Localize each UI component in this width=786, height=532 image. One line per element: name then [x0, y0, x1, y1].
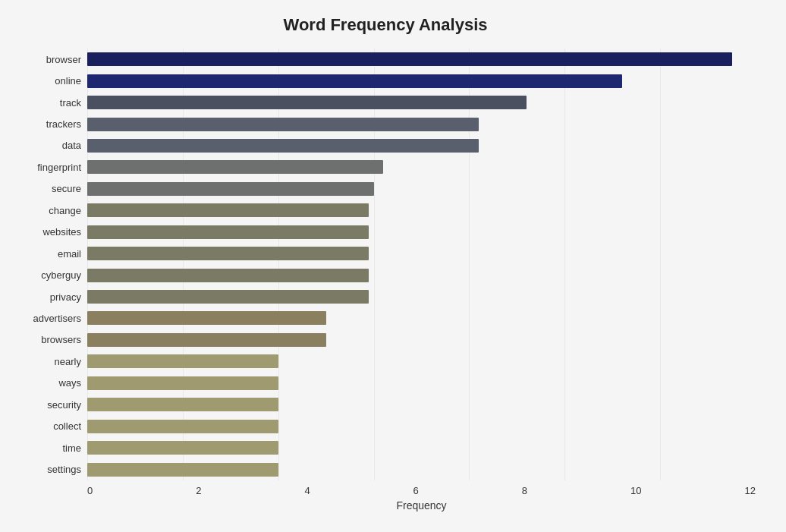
bar-row	[87, 396, 756, 413]
y-label: data	[62, 140, 81, 150]
bar-row	[87, 461, 756, 478]
y-label: secure	[52, 184, 81, 194]
x-tick: 8	[522, 485, 527, 496]
bar-row	[87, 439, 756, 456]
bar	[87, 118, 479, 131]
bar-row	[87, 116, 756, 133]
y-label: ways	[58, 378, 81, 388]
bar	[87, 182, 374, 196]
bar-row	[87, 245, 756, 262]
y-label: browser	[46, 55, 81, 65]
y-label: advertisers	[33, 313, 81, 323]
bar	[87, 139, 479, 153]
y-label: websites	[42, 227, 81, 237]
bar	[87, 225, 369, 239]
bar-row	[87, 94, 756, 111]
bar	[87, 376, 278, 390]
x-tick: 6	[413, 485, 419, 496]
bar-row	[87, 51, 756, 68]
bars-area	[87, 49, 756, 480]
bar-row	[87, 137, 756, 154]
x-axis: 024681012 Frequency	[87, 485, 756, 512]
bar	[87, 441, 278, 455]
bar-row	[87, 181, 756, 197]
bar	[87, 269, 369, 282]
x-axis-label: Frequency	[87, 499, 756, 512]
bar	[87, 398, 278, 411]
bar	[87, 311, 326, 325]
bar	[87, 96, 527, 109]
y-label: settings	[47, 464, 81, 474]
x-tick: 4	[304, 485, 310, 496]
bar-row	[87, 267, 756, 284]
bar	[87, 290, 369, 304]
bar-row	[87, 418, 756, 435]
bar	[87, 160, 383, 174]
bar	[87, 247, 369, 260]
chart-title: Word Frequency Analysis	[15, 15, 756, 35]
bar	[87, 52, 732, 66]
bar-row	[87, 310, 756, 326]
y-label: security	[47, 400, 81, 410]
x-tick: 2	[196, 485, 201, 496]
y-label: trackers	[46, 119, 81, 129]
bar	[87, 354, 278, 368]
bar	[87, 74, 622, 88]
y-label: time	[62, 443, 81, 453]
bar-row	[87, 353, 756, 370]
y-label: collect	[53, 421, 81, 431]
y-label: browsers	[41, 335, 81, 345]
x-tick: 0	[87, 485, 93, 496]
bar	[87, 203, 369, 217]
y-label: track	[60, 98, 81, 108]
y-label: fingerprint	[37, 162, 81, 172]
bar-row	[87, 332, 756, 348]
y-label: nearly	[55, 357, 81, 367]
chart-container: Word Frequency Analysis browseronlinetra…	[0, 0, 786, 532]
y-label: privacy	[50, 292, 81, 302]
y-label: change	[49, 206, 81, 216]
x-tick: 10	[630, 485, 641, 496]
bar-row	[87, 288, 756, 305]
bar-row	[87, 73, 756, 90]
x-tick: 12	[744, 485, 755, 496]
bar-row	[87, 159, 756, 175]
bar	[87, 463, 278, 477]
bar-row	[87, 375, 756, 392]
y-label: email	[58, 249, 81, 259]
bar-row	[87, 202, 756, 219]
y-label: cyberguy	[41, 270, 81, 280]
bar-row	[87, 224, 756, 241]
y-label: online	[55, 76, 81, 86]
bar	[87, 420, 278, 433]
bar	[87, 333, 326, 347]
y-axis-labels: browseronlinetracktrackersdatafingerprin…	[15, 49, 87, 480]
